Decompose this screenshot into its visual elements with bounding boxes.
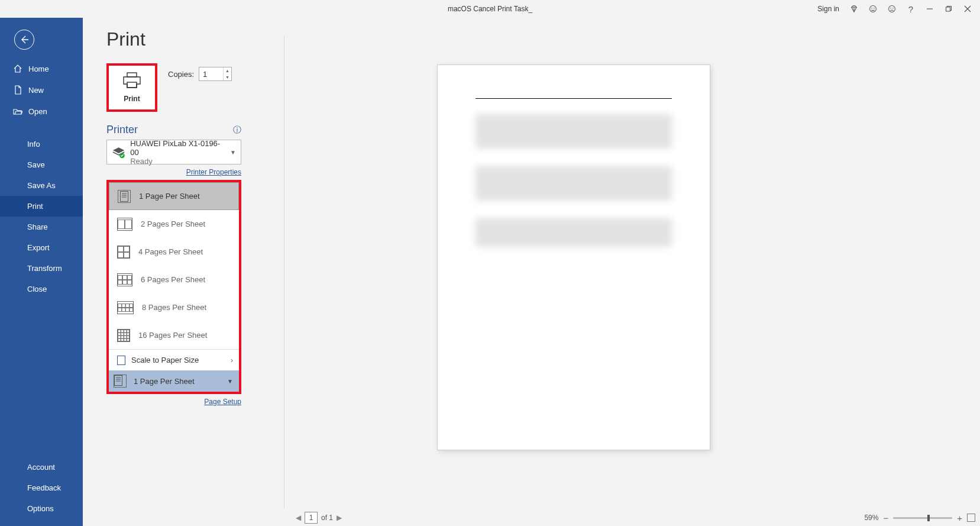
svg-point-4 [890,8,891,9]
chevron-right-icon: › [231,356,233,364]
sidebar-item-save-as[interactable]: Save As [0,175,83,196]
preview-horizontal-rule [476,98,672,99]
sidebar-item-label: Transform [27,264,62,273]
svg-rect-21 [118,252,124,257]
svg-rect-39 [124,330,127,333]
option-label: 16 Pages Per Sheet [138,331,207,340]
printer-dropdown[interactable]: HUAWEI PixLab X1-0196-00 Ready ▼ [106,140,241,164]
svg-rect-47 [124,335,127,338]
sidebar-item-info[interactable]: Info [0,134,83,154]
svg-rect-26 [118,280,122,284]
sidebar-item-home[interactable]: Home [0,58,83,79]
print-button-label: Print [124,95,140,103]
sidebar-item-new[interactable]: New [0,79,83,101]
printer-properties-link[interactable]: Printer Properties [106,168,241,176]
svg-rect-43 [124,333,127,335]
svg-rect-33 [118,308,122,311]
sidebar-item-close[interactable]: Close [0,279,83,299]
copies-value: 1 [203,70,207,79]
svg-rect-48 [127,335,130,338]
svg-point-0 [870,6,876,12]
sheet-8-icon [117,301,134,314]
minimize-icon[interactable] [926,5,934,13]
close-icon[interactable] [963,5,972,13]
current-selection-label: 1 Page Per Sheet [134,377,195,386]
scale-to-paper-size-menu[interactable]: Scale to Paper Size › [109,349,239,370]
home-icon [13,64,22,73]
print-button[interactable]: Print [106,63,157,112]
zoom-in-button[interactable]: + [957,513,962,523]
svg-rect-25 [128,275,132,279]
option-8-pages-per-sheet[interactable]: 8 Pages Per Sheet [109,293,239,321]
sheet-1-icon [114,375,127,388]
printer-info-icon[interactable]: ⓘ [233,125,241,135]
sidebar-item-open[interactable]: Open [0,101,83,122]
printer-status: Ready [130,157,225,166]
title-bar: macOS Cancel Print Task_ Sign in ? [0,0,980,18]
sidebar-item-export[interactable]: Export [0,237,83,258]
diamond-icon[interactable] [850,5,858,13]
svg-rect-11 [127,82,137,88]
option-6-pages-per-sheet[interactable]: 6 Pages Per Sheet [109,266,239,293]
sidebar-item-account[interactable]: Account [0,457,83,477]
vertical-divider [284,36,284,508]
sidebar-item-print[interactable]: Print [0,196,83,217]
pages-per-sheet-options: 1 Page Per Sheet 2 Pages Per Sheet 4 Pag… [109,182,239,349]
help-icon[interactable]: ? [907,5,915,13]
svg-rect-31 [126,304,130,307]
svg-rect-17 [118,220,125,228]
preview-text-block [476,114,672,149]
sidebar-item-label: Home [28,64,49,73]
zoom-slider[interactable] [893,517,952,519]
smile-face-icon[interactable] [869,5,877,13]
zoom-percent: 59% [864,514,878,522]
svg-rect-42 [121,333,124,335]
pages-per-sheet-selector[interactable]: 1 Page Per Sheet ▼ [109,370,239,392]
svg-rect-37 [118,330,121,333]
sidebar-item-transform[interactable]: Transform [0,258,83,279]
restore-icon[interactable] [945,5,953,13]
stepper-down-icon[interactable]: ▼ [224,74,231,80]
prev-page-button[interactable]: ◀ [296,514,301,522]
sheet-2-icon [117,218,132,231]
option-label: 4 Pages Per Sheet [138,247,203,256]
svg-rect-49 [118,338,121,341]
svg-rect-45 [118,335,121,338]
zoom-slider-handle[interactable] [927,515,930,521]
current-page-input[interactable]: 1 [305,512,318,524]
sidebar-item-label: Account [27,463,55,472]
copies-stepper[interactable]: 1 ▲ ▼ [199,67,232,81]
sign-in-link[interactable]: Sign in [817,5,839,13]
zoom-to-page-button[interactable] [967,514,975,522]
svg-rect-18 [125,220,132,228]
page-of-label: of 1 [321,514,333,522]
svg-rect-27 [123,280,127,284]
zoom-out-button[interactable]: − [883,513,888,523]
svg-rect-28 [128,280,132,284]
copies-label: Copies: [168,70,194,79]
svg-rect-50 [121,338,124,341]
sad-face-icon[interactable] [888,5,896,13]
svg-rect-35 [126,308,130,311]
svg-rect-13 [121,191,128,201]
page-setup-link[interactable]: Page Setup [106,398,241,406]
option-1-page-per-sheet[interactable]: 1 Page Per Sheet [109,182,239,210]
next-page-button[interactable]: ▶ [337,514,342,522]
back-button[interactable] [14,30,34,50]
preview-text-block [476,218,672,247]
sidebar-item-label: New [28,86,44,95]
sidebar-item-feedback[interactable]: Feedback [0,477,83,498]
sidebar-item-share[interactable]: Share [0,217,83,237]
option-4-pages-per-sheet[interactable]: 4 Pages Per Sheet [109,238,239,266]
sidebar-item-label: Close [27,285,47,293]
sidebar-item-label: Save As [27,181,56,190]
sheet-1-icon [118,190,131,203]
sidebar-item-save[interactable]: Save [0,154,83,175]
preview-page [438,65,710,450]
option-2-pages-per-sheet[interactable]: 2 Pages Per Sheet [109,210,239,238]
chevron-down-icon: ▼ [227,378,233,385]
svg-rect-23 [118,275,122,279]
option-16-pages-per-sheet[interactable]: 16 Pages Per Sheet [109,321,239,349]
stepper-up-icon[interactable]: ▲ [224,67,231,74]
sidebar-item-options[interactable]: Options [0,498,83,519]
